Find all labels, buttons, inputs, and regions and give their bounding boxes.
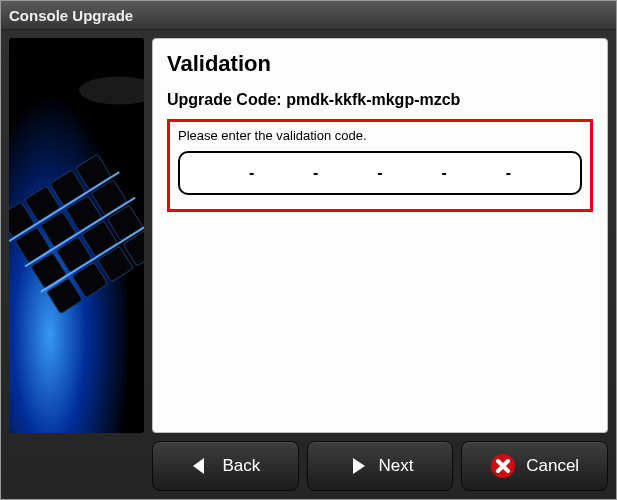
svg-marker-23 bbox=[353, 458, 365, 474]
title-bar: Console Upgrade bbox=[1, 1, 616, 30]
window-title: Console Upgrade bbox=[9, 7, 133, 24]
dash-icon: - bbox=[311, 164, 320, 182]
validation-code-input[interactable]: - - - - - bbox=[178, 151, 582, 195]
dash-icon: - bbox=[504, 164, 513, 182]
upgrade-code-line: Upgrade Code: pmdk-kkfk-mkgp-mzcb bbox=[167, 91, 593, 109]
next-button-label: Next bbox=[379, 456, 414, 476]
footer-spacer bbox=[9, 441, 144, 491]
cancel-button-label: Cancel bbox=[526, 456, 579, 476]
validation-instruction: Please enter the validation code. bbox=[178, 128, 582, 143]
button-bar: Back Next Cancel bbox=[9, 441, 608, 491]
dash-icon: - bbox=[247, 164, 256, 182]
next-arrow-icon bbox=[347, 455, 369, 477]
dash-icon: - bbox=[440, 164, 449, 182]
content-panel: Validation Upgrade Code: pmdk-kkfk-mkgp-… bbox=[152, 38, 608, 433]
upgrade-code-label: Upgrade Code: bbox=[167, 91, 282, 108]
console-upgrade-dialog: Console Upgrade bbox=[0, 0, 617, 500]
next-button[interactable]: Next bbox=[307, 441, 454, 491]
page-title: Validation bbox=[167, 51, 593, 77]
dialog-body: Validation Upgrade Code: pmdk-kkfk-mkgp-… bbox=[1, 30, 616, 499]
back-button-label: Back bbox=[222, 456, 260, 476]
side-image bbox=[9, 38, 144, 433]
back-button[interactable]: Back bbox=[152, 441, 299, 491]
cancel-button[interactable]: Cancel bbox=[461, 441, 608, 491]
back-arrow-icon bbox=[190, 455, 212, 477]
validation-highlight: Please enter the validation code. - - - … bbox=[167, 119, 593, 212]
upgrade-code-value: pmdk-kkfk-mkgp-mzcb bbox=[286, 91, 460, 108]
svg-marker-22 bbox=[193, 458, 204, 474]
dash-icon: - bbox=[375, 164, 384, 182]
cancel-icon bbox=[490, 453, 516, 479]
